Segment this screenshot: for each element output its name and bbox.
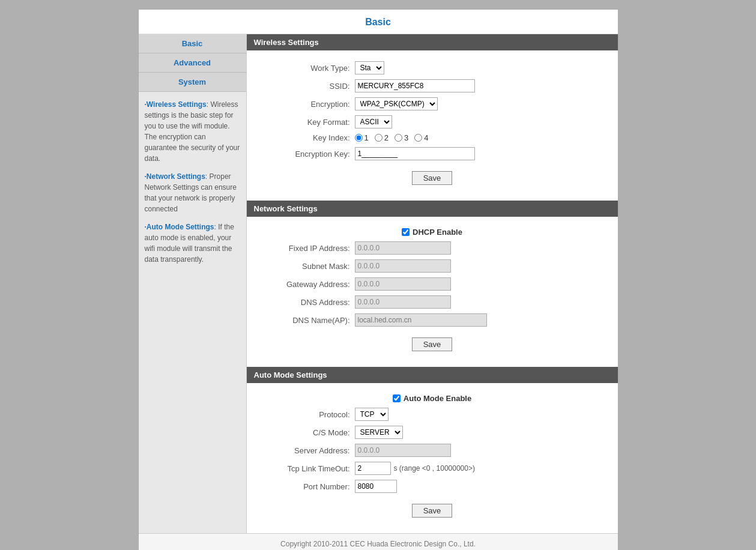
network-section-header: Network Settings	[247, 201, 618, 217]
key-index-label-4: 4	[424, 133, 428, 142]
fixed-ip-label: Fixed IP Address:	[259, 244, 355, 253]
subnet-mask-input[interactable]	[355, 259, 451, 273]
protocol-select[interactable]: TCP UDP	[355, 408, 389, 421]
key-index-radio-2[interactable]	[375, 134, 383, 142]
cs-mode-select[interactable]: SERVER CLIENT	[355, 426, 403, 439]
sidebar-item-advanced[interactable]: Advanced	[139, 53, 246, 73]
sidebar-item-basic[interactable]: Basic	[139, 34, 246, 53]
dns-input[interactable]	[355, 295, 451, 309]
encryption-key-input[interactable]	[355, 147, 475, 160]
work-type-label: Work Type:	[259, 64, 355, 73]
tcp-timeout-hint: s (range <0 , 10000000>)	[394, 464, 475, 473]
ssid-label: SSID:	[259, 82, 355, 91]
automode-checkbox[interactable]	[393, 394, 401, 402]
sidebar-item-system[interactable]: System	[139, 73, 246, 92]
encryption-key-label: Encryption Key:	[259, 150, 355, 159]
help-link-wireless[interactable]: ·Wireless Settings	[145, 100, 207, 109]
help-link-automode[interactable]: ·Auto Mode Settings	[145, 223, 214, 231]
tcp-timeout-label: Tcp Link TimeOut:	[259, 464, 355, 473]
page-title: Basic	[139, 10, 618, 34]
key-index-label-1: 1	[364, 133, 369, 142]
sidebar: Basic Advanced System ·Wireless Settings…	[139, 34, 247, 533]
footer: Copyright 2010-2011 CEC Huada Electronic…	[139, 533, 618, 550]
dns-label: DNS Address:	[259, 298, 355, 307]
protocol-label: Protocol:	[259, 410, 355, 419]
key-index-label-3: 3	[404, 133, 408, 142]
key-index-radio-3[interactable]	[395, 134, 402, 142]
gateway-label: Gateway Address:	[259, 280, 355, 289]
wireless-form: Work Type: Sta AP SSID: Encryption: WPA2…	[247, 56, 618, 201]
work-type-select[interactable]: Sta AP	[355, 61, 384, 74]
gateway-input[interactable]	[355, 277, 451, 291]
key-index-group: 1 2 3 4	[355, 133, 429, 142]
fixed-ip-input[interactable]	[355, 241, 451, 255]
help-link-network[interactable]: ·Network Settings	[145, 172, 205, 181]
subnet-mask-label: Subnet Mask:	[259, 262, 355, 271]
dns-name-input[interactable]	[355, 313, 487, 327]
encryption-select[interactable]: WPA2_PSK(CCMP) WPA_PSK(TKIP) WEP None	[355, 97, 438, 110]
port-number-label: Port Number:	[259, 482, 355, 491]
key-format-select[interactable]: ASCII Hex	[355, 115, 392, 128]
wireless-section-header: Wireless Settings	[247, 34, 618, 50]
automode-label: Auto Mode Enable	[404, 394, 471, 403]
network-form: DHCP Enable Fixed IP Address: Subnet Mas…	[247, 223, 618, 367]
port-number-input[interactable]	[355, 480, 397, 493]
dns-name-label: DNS Name(AP):	[259, 316, 355, 325]
key-index-radio-1[interactable]	[355, 134, 363, 142]
network-save-button[interactable]: Save	[412, 337, 453, 351]
automode-form: Auto Mode Enable Protocol: TCP UDP C/S M…	[247, 389, 618, 533]
tcp-timeout-input[interactable]	[355, 462, 391, 475]
wireless-save-button[interactable]: Save	[412, 171, 453, 185]
key-index-label-2: 2	[384, 133, 389, 142]
help-text: ·Wireless Settings: Wireless settings is…	[139, 92, 246, 279]
automode-save-button[interactable]: Save	[412, 504, 453, 518]
ssid-input[interactable]	[355, 79, 475, 92]
server-address-input[interactable]	[355, 444, 451, 457]
key-index-radio-4[interactable]	[414, 134, 422, 142]
key-index-label: Key Index:	[259, 133, 355, 142]
encryption-label: Encryption:	[259, 100, 355, 109]
cs-mode-label: C/S Mode:	[259, 428, 355, 437]
server-address-label: Server Address:	[259, 446, 355, 455]
dhcp-label: DHCP Enable	[413, 228, 462, 237]
automode-section-header: Auto Mode Settings	[247, 367, 618, 383]
main-content: Wireless Settings Work Type: Sta AP SSID…	[247, 34, 618, 533]
key-format-label: Key Format:	[259, 118, 355, 127]
dhcp-checkbox[interactable]	[402, 228, 410, 236]
